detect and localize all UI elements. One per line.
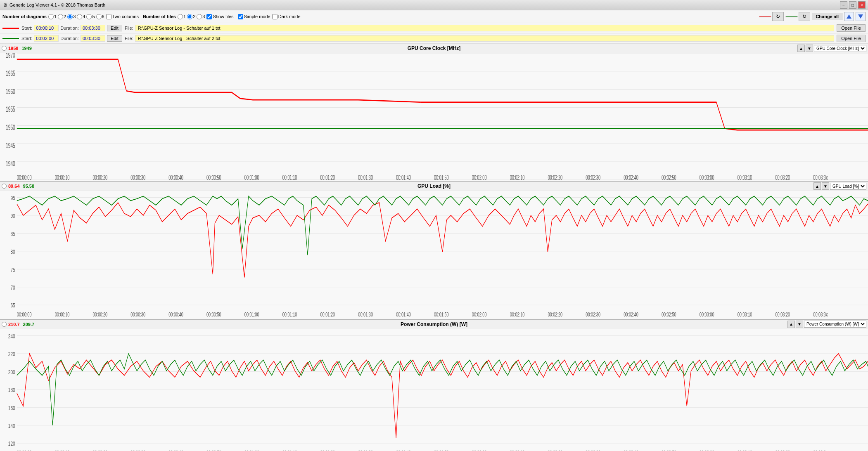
show-files-checkbox[interactable] [206, 14, 212, 19]
chart-val-green-3: 209.7 [23, 322, 35, 327]
diagram-radio-2[interactable] [58, 14, 63, 19]
chart-header-3: 210.7 209.7 Power Consumption (W) [W] ▲ … [0, 320, 868, 329]
files-radio-1[interactable] [178, 14, 183, 19]
svg-text:00:00:50: 00:00:50 [206, 449, 221, 451]
svg-text:00:00:50: 00:00:50 [206, 174, 221, 181]
svg-text:00:00:40: 00:00:40 [168, 449, 183, 451]
svg-text:00:02:30: 00:02:30 [586, 449, 600, 451]
simple-mode-checkbox[interactable] [238, 14, 243, 19]
chart-dropdown-3[interactable]: Power Consumption (W) [W] [804, 321, 866, 328]
open-file-button-2[interactable]: Open File [837, 35, 866, 42]
close-button[interactable]: × [858, 1, 866, 9]
chart-svg-3: 240 220 200 180 160 140 120 00:00:00 00:… [0, 329, 868, 451]
two-columns-checkbox[interactable] [106, 14, 111, 19]
svg-text:00:02:50: 00:02:50 [662, 311, 676, 318]
svg-text:00:03:10: 00:03:10 [738, 311, 752, 318]
svg-text:00:02:10: 00:02:10 [510, 174, 525, 181]
svg-text:00:00:20: 00:00:20 [92, 311, 107, 318]
chart-svg-2: 95 90 85 80 75 70 65 00:00:00 00:00:10 0… [0, 191, 868, 319]
arrow-up-button[interactable] [844, 12, 854, 21]
edit-button-1[interactable]: Edit [107, 25, 122, 31]
chart-dropdown-2[interactable]: GPU Load [%] [830, 183, 866, 190]
open-file-button-1[interactable]: Open File [837, 24, 866, 32]
diagram-radio-5[interactable] [86, 14, 92, 19]
svg-text:00:02:10: 00:02:10 [510, 311, 525, 318]
duration-label-2: Duration: [60, 36, 79, 41]
restore-button[interactable]: □ [849, 1, 856, 9]
minimize-button[interactable]: − [840, 1, 847, 9]
svg-text:00:01:00: 00:01:00 [244, 449, 259, 451]
chart-val-green-1: 1949 [21, 46, 31, 51]
chart-down-3[interactable]: ▼ [796, 321, 803, 328]
svg-text:00:01:00: 00:01:00 [244, 174, 259, 181]
svg-text:1940: 1940 [6, 160, 15, 168]
start-label-1: Start: [21, 26, 32, 31]
file-path-2: R:\GPU-Z Sensor Log - Schalter auf 2.txt [135, 35, 835, 42]
diagram-radio-3[interactable] [67, 14, 73, 19]
color-indicator-red [2, 28, 19, 29]
svg-text:00:02:40: 00:02:40 [624, 174, 638, 181]
diagram-radio-6[interactable] [96, 14, 102, 19]
svg-rect-2 [0, 53, 868, 181]
files-label: Number of files [143, 14, 176, 19]
file-label-2: File: [125, 36, 133, 41]
simple-mode-label: Simple mode [244, 14, 270, 19]
svg-text:00:02:50: 00:02:50 [662, 449, 676, 451]
chart-title-3: Power Consumption (W) [W] [401, 321, 467, 327]
dark-mode-checkbox[interactable] [272, 14, 277, 19]
diagram-radio-1[interactable] [48, 14, 54, 19]
chart-body-3: 240 220 200 180 160 140 120 00:00:00 00:… [0, 329, 868, 451]
svg-text:00:01:40: 00:01:40 [396, 174, 411, 181]
svg-text:00:00:40: 00:00:40 [168, 311, 183, 318]
svg-text:65: 65 [10, 302, 15, 309]
diagrams-radio-group: 1 2 3 4 5 6 [48, 14, 104, 19]
title-bar: 🖥 Generic Log Viewer 4.1 - © 2018 Thomas… [0, 0, 868, 10]
svg-text:00:01:50: 00:01:50 [434, 174, 449, 181]
svg-text:00:02:40: 00:02:40 [624, 449, 638, 451]
chart-up-3[interactable]: ▲ [787, 321, 795, 328]
svg-text:00:01:30: 00:01:30 [358, 449, 373, 451]
svg-text:75: 75 [10, 266, 15, 274]
svg-text:85: 85 [10, 230, 15, 238]
svg-text:00:01:50: 00:01:50 [434, 311, 449, 318]
svg-text:120: 120 [8, 440, 15, 447]
two-columns-label: Two columns [112, 14, 139, 19]
svg-text:00:02:30: 00:02:30 [586, 311, 600, 318]
svg-text:00:00:10: 00:00:10 [55, 311, 70, 318]
change-all-button[interactable]: Change all [812, 13, 842, 20]
files-radio-2[interactable] [187, 14, 192, 19]
start-value-2: 00:02:00 [34, 35, 59, 42]
edit-button-2[interactable]: Edit [107, 35, 122, 42]
svg-text:00:00:20: 00:00:20 [92, 449, 107, 451]
files-radio-3[interactable] [197, 14, 202, 19]
refresh-green-button[interactable]: ↻ [799, 12, 810, 21]
chart-down-1[interactable]: ▼ [806, 45, 813, 52]
file-path-1: R:\GPU-Z Sensor Log - Schalter auf 1.txt [135, 25, 835, 31]
svg-text:00:03:3x: 00:03:3x [813, 311, 828, 318]
diagram-radio-4[interactable] [77, 14, 82, 19]
svg-text:00:03:20: 00:03:20 [776, 174, 790, 181]
svg-text:00:00:30: 00:00:30 [130, 311, 145, 318]
svg-text:95: 95 [10, 194, 15, 202]
svg-text:00:03:00: 00:03:00 [700, 449, 714, 451]
file-row-2: Start: 00:02:00 Duration: 00:03:30 Edit … [0, 33, 868, 44]
svg-text:00:00:10: 00:00:10 [55, 449, 70, 451]
start-label-2: Start: [21, 36, 32, 41]
file-label-1: File: [125, 26, 133, 31]
chart-up-2[interactable]: ▲ [813, 182, 821, 190]
chart-up-1[interactable]: ▲ [797, 45, 805, 52]
svg-text:00:01:10: 00:01:10 [282, 311, 297, 318]
svg-text:00:02:00: 00:02:00 [472, 311, 487, 318]
dark-mode-label: Dark mode [278, 14, 301, 19]
refresh-red-button[interactable]: ↻ [772, 12, 784, 21]
chart-down-2[interactable]: ▼ [822, 182, 829, 190]
svg-text:00:03:3x: 00:03:3x [813, 449, 828, 451]
svg-text:00:01:20: 00:01:20 [320, 174, 335, 181]
start-value-1: 00:00:10 [34, 25, 59, 31]
svg-text:220: 220 [8, 350, 15, 358]
chart-dropdown-1[interactable]: GPU Core Clock [MHz] [814, 45, 866, 52]
chart-header-1: 1958 1949 GPU Core Clock [MHz] ▲ ▼ GPU C… [0, 44, 868, 53]
svg-text:80: 80 [10, 248, 15, 255]
arrow-down-button[interactable] [856, 12, 866, 21]
svg-text:1955: 1955 [6, 105, 15, 113]
